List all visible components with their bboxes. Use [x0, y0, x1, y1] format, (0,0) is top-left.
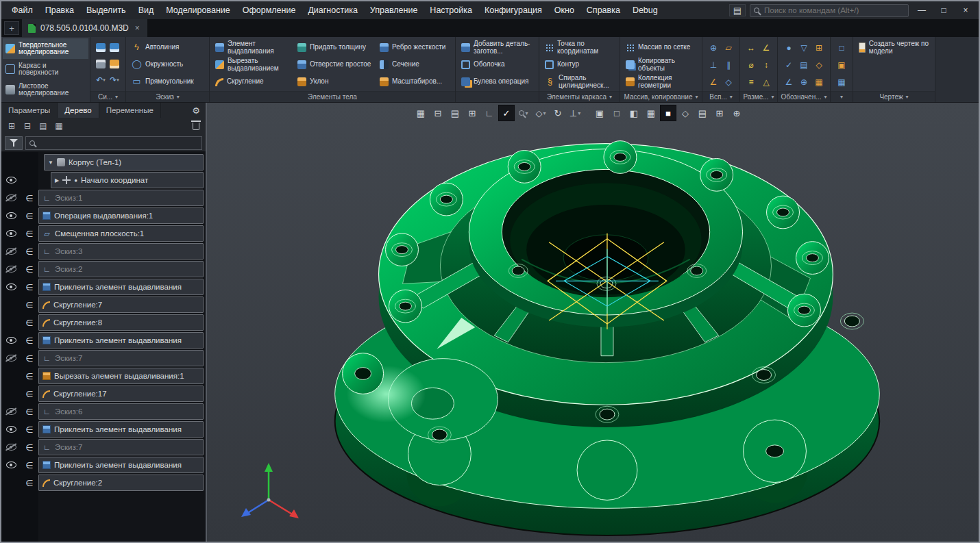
normal-to-icon[interactable]: ⊥▾ — [567, 105, 583, 121]
marking-icon[interactable]: ▤ — [799, 60, 809, 70]
group-label-annotations[interactable]: Обозначен...▾ — [778, 91, 830, 102]
tree-row-boss1[interactable]: ∈ Приклеить элемент выдавливания — [1, 279, 206, 295]
filter-button[interactable] — [5, 136, 23, 150]
visibility-eye-icon[interactable] — [6, 462, 16, 468]
tab-parameters[interactable]: Параметры — [1, 103, 58, 118]
model-base-lobe[interactable] — [577, 440, 637, 500]
visibility-eye-off-icon[interactable] — [6, 248, 16, 255]
group-label-sketch[interactable]: Эскиз▾ — [126, 91, 209, 102]
3d-model-view[interactable] — [207, 103, 979, 542]
tree-row-sketch7a[interactable]: ∈ ∟Эскиз:7 — [1, 350, 206, 366]
fillet-button[interactable]: Скругление — [213, 73, 295, 90]
grid-snap-settings-icon[interactable]: ▦ — [413, 105, 429, 121]
visibility-eye-off-icon[interactable] — [6, 408, 16, 415]
add-part-stock-button[interactable]: Добавить деталь-заготов... — [459, 39, 535, 56]
grid-display-icon[interactable]: ▦ — [643, 105, 659, 121]
menu-file[interactable]: Файл — [5, 1, 39, 19]
perpendicular-axis-icon[interactable]: ⊥ — [709, 60, 719, 70]
group-label-body[interactable]: Элементы тела — [210, 91, 455, 102]
visibility-eye-icon[interactable] — [6, 283, 16, 290]
contour-button[interactable]: Контур — [543, 56, 616, 73]
tree-row-cut1[interactable]: ∈ Вырезать элемент выдавливания:1 — [1, 368, 206, 384]
group-label-array[interactable]: Массив, копирование▾ — [620, 91, 702, 102]
rectangle-button[interactable]: ▭ Прямоугольник — [130, 73, 206, 90]
shell-button[interactable]: Оболочка — [459, 56, 535, 73]
group-label-frame[interactable]: Элементы каркаса▾ — [539, 91, 620, 102]
visibility-eye-off-icon[interactable] — [6, 194, 16, 201]
thicken-button[interactable]: Придать толщину — [295, 39, 378, 56]
simplified-display-icon[interactable]: ▤ — [694, 105, 711, 121]
open-icon[interactable] — [110, 60, 119, 68]
redo-button[interactable]: ↷▾ — [110, 75, 119, 85]
parameters-table-icon[interactable]: ⊞ — [711, 105, 728, 121]
tree-row-body[interactable]: ▼Корпус (Тел-1) — [1, 154, 206, 171]
rotate-view-icon[interactable]: ↻ — [550, 105, 566, 121]
autoline-button[interactable]: ϟ Автолиния — [130, 39, 206, 56]
tree-row-extrude1[interactable]: ∈ Операция выдавливания:1 — [1, 207, 206, 224]
document-tab[interactable]: 078.505.0.0104.00.M3D × — [22, 19, 147, 37]
tree-row-fillet2[interactable]: ∈ Скругление:2 — [1, 475, 206, 491]
save-all-icon[interactable] — [110, 43, 119, 52]
menu-layout[interactable]: Оформление — [236, 1, 302, 19]
menu-debug[interactable]: Debug — [626, 1, 664, 19]
minimize-button[interactable]: — — [913, 3, 931, 18]
mode-wireframe-surfaces[interactable]: Каркас и поверхности — [3, 59, 88, 79]
shaded-display-icon[interactable]: ▣ — [591, 105, 608, 121]
menu-edit[interactable]: Правка — [39, 1, 80, 19]
rib-button[interactable]: Ребро жесткости — [378, 39, 452, 56]
tree-row-sketch6[interactable]: ∈ ∟Эскиз:6 — [1, 403, 206, 420]
construction-axis-icon[interactable]: ⊕ — [709, 43, 719, 53]
tree-grid-icon[interactable]: ▦ — [52, 120, 66, 132]
command-search-input[interactable] — [763, 5, 905, 15]
draft-button[interactable]: Уклон — [295, 73, 378, 90]
menu-help[interactable]: Справка — [580, 1, 626, 19]
visibility-eye-icon[interactable] — [6, 426, 16, 433]
tree-row-boss2[interactable]: ∈ Приклеить элемент выдавливания — [1, 332, 206, 349]
visibility-eye-off-icon[interactable] — [6, 266, 16, 273]
layout-grid-icon[interactable]: ▦ — [837, 77, 847, 87]
close-button[interactable]: × — [957, 3, 975, 18]
point-by-coordinates-button[interactable]: Точка по координатам — [543, 39, 616, 56]
visibility-eye-icon[interactable] — [6, 337, 16, 344]
constraints-icon[interactable]: ⊞ — [464, 105, 480, 121]
scale-button[interactable]: Масштабиров... — [378, 73, 452, 90]
wireframe-display-icon[interactable]: □ — [609, 105, 625, 121]
parametric-mode-icon[interactable]: ✓ — [498, 105, 515, 121]
cut-extrude-button[interactable]: Вырезать выдавливанием — [213, 56, 295, 73]
panel-settings-gear-icon[interactable]: ⚙ — [186, 103, 206, 118]
group-label-aux[interactable]: Всп...▾ — [702, 91, 739, 102]
leader-icon[interactable]: ⊞ — [814, 43, 824, 53]
component-icon[interactable]: □ — [837, 43, 847, 53]
tree-row-fillet17[interactable]: ∈ Скругление:17 — [1, 386, 206, 402]
linear-dimension-icon[interactable]: ↔ — [746, 43, 757, 53]
mode-sheet-metal[interactable]: Листовое моделирование — [3, 79, 88, 100]
visibility-eye-off-icon[interactable] — [6, 355, 16, 362]
tree-structure-icon[interactable]: ⊞ — [5, 120, 19, 132]
perspective-icon[interactable]: ◇ — [677, 105, 694, 121]
sheet-view-icon[interactable]: ▤ — [447, 105, 463, 121]
menu-select[interactable]: Выделить — [80, 1, 132, 19]
sketch-mode-icon[interactable]: ∟ — [481, 105, 498, 121]
angular-dimension-icon[interactable]: ∠ — [761, 43, 772, 53]
tree-row-sketch1[interactable]: ∈ ∟Эскиз:1 — [1, 190, 206, 206]
copy-objects-button[interactable]: Копировать объекты — [624, 56, 698, 73]
command-search[interactable] — [750, 4, 909, 17]
construction-plane-icon[interactable]: ▱ — [724, 43, 734, 53]
viewport-3d[interactable]: ▦ ⊟ ▤ ⊞ ∟ ✓ ▾ ◇▾ ↻ ⊥▾ ▣ □ ◧ ▦ ■ ◇ ▤ ⊞ ⊕ — [207, 103, 979, 542]
group-label-drawing[interactable]: Чертеж▾ — [853, 91, 935, 102]
tree-row-boss3[interactable]: ∈ Приклеить элемент выдавливания — [1, 421, 206, 438]
tree-row-fillet7[interactable]: ∈ Скругление:7 — [1, 296, 206, 313]
tab-close-icon[interactable]: × — [134, 23, 141, 33]
create-drawing-button[interactable]: Создать чертеж по модели — [857, 39, 931, 56]
note-icon[interactable]: ◇ — [814, 60, 824, 70]
dark-display-icon[interactable]: ■ — [660, 105, 676, 121]
group-label-extra[interactable]: ▾ — [831, 91, 853, 102]
tree-copy-icon[interactable]: ▤ — [36, 120, 50, 132]
tree-row-boss4[interactable]: ∈ Приклеить элемент выдавливания — [1, 457, 206, 473]
parallel-plane-icon[interactable]: ∥ — [724, 60, 734, 70]
extrude-button[interactable]: Элемент выдавливания — [213, 39, 295, 56]
roughness-icon[interactable]: ▽ — [799, 43, 809, 53]
tree-collapse-icon[interactable]: ⊟ — [21, 120, 34, 132]
tolerance-icon[interactable]: ✓ — [784, 60, 794, 70]
control-point-icon[interactable]: ◇ — [724, 77, 734, 87]
